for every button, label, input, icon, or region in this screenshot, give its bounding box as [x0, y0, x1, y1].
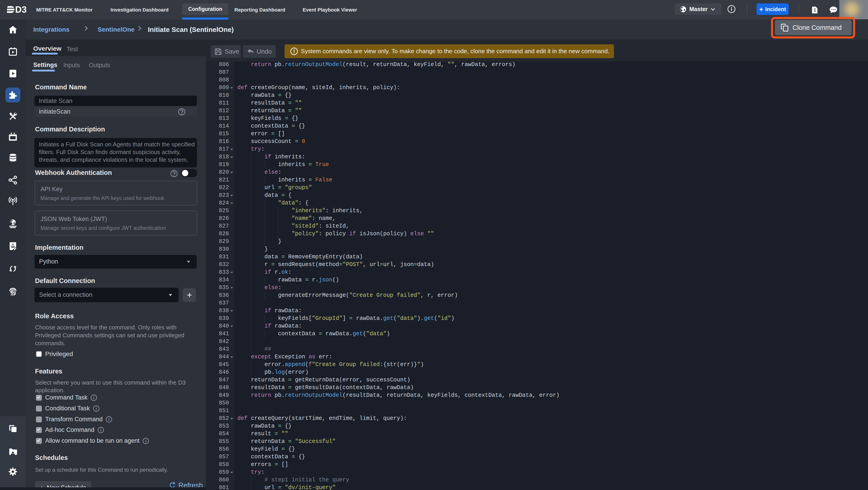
svg-text:D3: D3 — [15, 6, 26, 13]
